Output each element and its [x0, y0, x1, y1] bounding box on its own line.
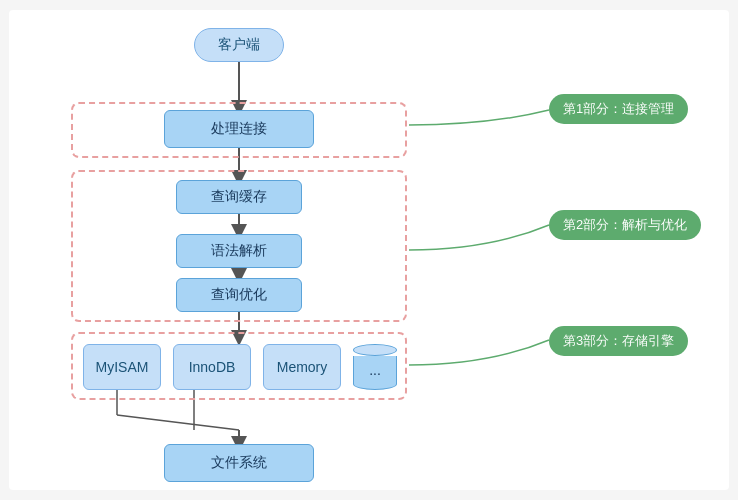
myisam-node: MyISAM: [83, 344, 161, 390]
memory-node: Memory: [263, 344, 341, 390]
more-label: ...: [369, 362, 381, 378]
callout-part3: 第3部分：存储引擎: [549, 326, 688, 356]
file-system-node: 文件系统: [164, 444, 314, 482]
innodb-node: InnoDB: [173, 344, 251, 390]
client-node: 客户端: [194, 28, 284, 62]
svg-line-6: [117, 415, 239, 430]
query-cache-node: 查询缓存: [176, 180, 302, 214]
query-optimize-node: 查询优化: [176, 278, 302, 312]
process-conn-node: 处理连接: [164, 110, 314, 148]
cylinder-body: ...: [353, 356, 397, 384]
callout-part2: 第2部分：解析与优化: [549, 210, 701, 240]
cylinder-top: [353, 344, 397, 356]
callout-part1: 第1部分：连接管理: [549, 94, 688, 124]
syntax-parse-node: 语法解析: [176, 234, 302, 268]
diagram-container: 客户端 处理连接 查询缓存 语法解析 查询优化 MyISAM InnoDB Me…: [9, 10, 729, 490]
more-engines-cylinder: ...: [353, 340, 397, 394]
